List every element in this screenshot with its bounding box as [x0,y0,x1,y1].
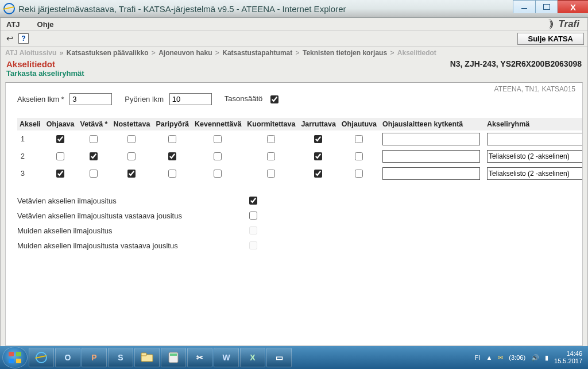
susp-4-checkbox [249,241,257,249]
crumb-4[interactable]: Teknisten tietojen korjaus [303,49,387,57]
paripyora-checkbox[interactable] [168,152,176,160]
jarruttava-checkbox[interactable] [314,170,322,178]
col-kevennettava: Kevennettävä [192,118,245,130]
help-button[interactable]: ? [18,33,29,44]
start-button[interactable] [2,347,28,368]
breadcrumb: ATJ Aloitussivu » Katsastuksen päävalikk… [1,47,587,58]
ohjauslaite-select[interactable] [382,167,480,180]
table-row: 1 [17,130,583,148]
crumb-1[interactable]: Katsastuksen päävalikko [67,49,149,57]
jarruttava-checkbox[interactable] [314,152,322,160]
kevennettava-checkbox[interactable] [214,170,222,178]
kevennettava-checkbox[interactable] [214,135,222,143]
table-row: 2Teliakselisto (2 -akselinen) [17,148,583,165]
window-maximize-button[interactable] [535,0,558,13]
ie-icon [3,3,15,14]
axle-count-input[interactable] [69,93,112,105]
ohjauslaite-select[interactable] [382,133,480,145]
taskbar-excel[interactable]: X [240,348,265,367]
kuormitettava-checkbox[interactable] [267,152,275,160]
susp-1-label: Vetävien akselien ilmajousitus [17,197,224,205]
taskbar-snip[interactable]: ✂ [187,348,212,367]
window-close-button[interactable]: X [558,0,588,13]
axle-number: 2 [17,148,44,165]
susp-2-label: Vetävien akselien ilmajousitusta vastaav… [17,212,224,220]
tray-mail-icon[interactable]: ✉ [498,354,503,362]
content-panel: ATEENA, TN1, KATSA015 Akselien lkm Pyöri… [5,82,583,346]
menu-ohje[interactable]: Ohje [37,20,54,29]
taskbar-powerpoint[interactable]: P [82,348,107,367]
axle-table: Akseli Ohjaava Vetävä * Nostettava Parip… [17,118,583,182]
susp-1-checkbox[interactable] [249,197,257,205]
jarruttava-checkbox[interactable] [314,135,322,143]
level-control-checkbox[interactable] [270,95,278,103]
taskbar-sharepoint[interactable]: S [108,348,133,367]
tray-clock[interactable]: 14:46 15.5.2017 [554,350,582,364]
system-tray: FI ▲ ✉ (3:06) 🔊 ▮ 14:46 15.5.2017 [475,350,586,364]
susp-4-label: Muiden akselien ilmajousitusta vastaava … [17,241,224,250]
brand-logo: Trafi [544,18,579,30]
taskbar-outlook[interactable]: O [55,348,80,367]
col-ohjauslaite: Ohjauslaitteen kytkentä [380,118,485,130]
taskbar-explorer[interactable] [134,348,160,367]
taskbar-calc[interactable] [161,348,186,367]
kevennettava-checkbox[interactable] [214,152,222,160]
vehicle-info: N3, ZJH-243, YS2R6X200B2063098 [450,58,582,68]
nostettava-checkbox[interactable] [127,135,136,143]
ohjaava-checkbox[interactable] [56,135,64,143]
ohjaava-checkbox[interactable] [56,170,64,178]
close-katsa-button[interactable]: Sulje KATSA [517,33,585,45]
col-jarruttava: Jarruttava [299,118,339,130]
brand-arcs-icon [544,19,556,29]
crumb-home[interactable]: ATJ Aloitussivu [5,49,56,57]
paripyora-checkbox[interactable] [168,135,176,143]
tray-speaker-icon[interactable]: 🔊 [531,354,539,362]
svg-rect-3 [170,353,177,356]
tray-flag-icon[interactable]: ▲ [486,354,492,361]
menu-atj[interactable]: ATJ [6,20,20,29]
window-minimize-button[interactable] [513,0,536,13]
tray-battery[interactable]: (3:06) [509,354,525,361]
ohjauslaite-select[interactable] [382,150,480,163]
kuormitettava-checkbox[interactable] [267,135,275,143]
col-akseliryhma: Akseliryhmä [485,118,583,130]
taskbar-word[interactable]: W [214,348,239,367]
nostettava-checkbox[interactable] [127,170,136,178]
wheel-count-label: Pyörien lkm [125,95,164,103]
wheel-count-input[interactable] [169,93,212,105]
taskbar-ie[interactable] [29,348,54,367]
env-label: ATEENA, TN1, KATSA015 [494,85,575,93]
svg-rect-1 [141,353,146,356]
tray-lang[interactable]: FI [475,354,481,361]
col-kuormitettava: Kuormitettava [245,118,299,130]
susp-3-label: Muiden akselien ilmajousitus [17,226,224,235]
akseliryhma-select[interactable]: Teliakselisto (2 -akselinen) [487,167,583,180]
vetava-checkbox[interactable] [90,152,98,160]
back-button[interactable]: ↩ [4,33,16,44]
os-taskbar: O P S ✂ W X ▭ FI ▲ ✉ (3:06) 🔊 ▮ 14:46 15… [0,346,588,369]
susp-2-checkbox[interactable] [249,212,257,220]
windows-icon [9,352,21,363]
tray-network-icon[interactable]: ▮ [545,354,548,362]
vetava-checkbox[interactable] [90,135,98,143]
crumb-5: Akselitiedot [397,49,436,57]
crumb-3[interactable]: Katsastustapahtumat [222,49,292,57]
ohjautuva-checkbox[interactable] [355,135,363,143]
window-titlebar: Reki järjestelmävastaava, Trafi - KATSA-… [0,0,588,18]
akseliryhma-select[interactable]: Teliakselisto (2 -akselinen) [487,150,583,163]
app-toolbar: ↩ ? Sulje KATSA [1,30,587,47]
ohjautuva-checkbox[interactable] [355,170,363,178]
col-paripyora: Paripyörä [153,118,192,130]
ohjaava-checkbox[interactable] [56,152,64,160]
level-control-label: Tasonsäätö [225,94,263,103]
paripyora-checkbox[interactable] [168,170,176,178]
kuormitettava-checkbox[interactable] [267,170,275,178]
vetava-checkbox[interactable] [90,170,98,178]
nostettava-checkbox[interactable] [127,152,136,160]
page-title: Akselitiedot [6,59,84,69]
crumb-2[interactable]: Ajoneuvon haku [158,49,212,57]
ohjautuva-checkbox[interactable] [355,152,363,160]
taskbar-app[interactable]: ▭ [266,348,292,367]
suspension-options: Vetävien akselien ilmajousitus Vetävien … [17,195,571,251]
akseliryhma-select[interactable] [487,133,583,145]
